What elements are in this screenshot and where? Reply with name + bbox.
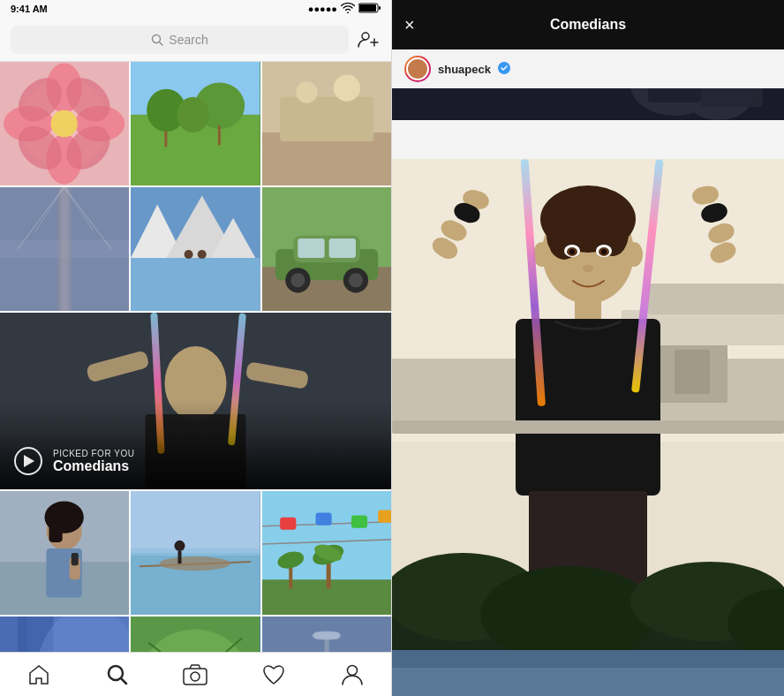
avatar-inner	[406, 57, 429, 80]
svg-point-113	[191, 672, 200, 681]
svg-line-111	[121, 678, 126, 684]
svg-rect-73	[131, 491, 260, 553]
close-button[interactable]: ×	[404, 15, 415, 35]
photo-grid: PICKED FOR YOU Comedians	[0, 62, 391, 652]
svg-rect-112	[184, 669, 207, 685]
bottom-nav	[0, 652, 391, 696]
svg-rect-87	[378, 511, 391, 523]
battery-icon	[358, 3, 381, 15]
featured-title: Comedians	[53, 458, 134, 474]
nav-camera[interactable]	[176, 655, 215, 694]
status-time: 9:41 AM	[11, 4, 48, 14]
status-bar: 9:41 AM ●●●●●	[0, 0, 391, 18]
svg-rect-75	[131, 548, 260, 556]
video-content	[392, 49, 784, 696]
svg-rect-50	[298, 238, 324, 258]
right-panel: × Comedians	[392, 0, 784, 696]
svg-rect-162	[392, 668, 784, 696]
left-panel: 9:41 AM ●●●●●	[0, 0, 392, 696]
svg-rect-85	[315, 513, 331, 526]
grid-row-4	[0, 617, 391, 652]
username: shuapeck	[438, 63, 491, 76]
svg-rect-86	[351, 516, 367, 528]
featured-text: PICKED FOR YOU Comedians	[53, 449, 134, 474]
grid-row-3	[0, 491, 391, 615]
status-icons: ●●●●●	[308, 3, 381, 15]
play-triangle-icon	[24, 455, 34, 467]
svg-rect-34	[61, 187, 69, 311]
grid-cell-6[interactable]	[262, 187, 391, 311]
user-info-bar: shuapeck	[392, 49, 784, 88]
svg-point-138	[601, 249, 607, 254]
add-friend-button[interactable]	[356, 27, 381, 52]
nav-heart[interactable]	[254, 655, 293, 694]
avatar	[404, 56, 431, 82]
grid-row-2	[0, 187, 391, 311]
nav-search[interactable]	[98, 655, 137, 694]
grid-cell-4[interactable]	[0, 187, 129, 311]
svg-rect-128	[648, 284, 784, 314]
svg-point-53	[290, 273, 305, 287]
svg-point-158	[480, 566, 657, 663]
nav-home[interactable]	[19, 655, 58, 694]
grid-cell-12[interactable]	[262, 617, 391, 652]
grid-cell-11[interactable]	[131, 617, 260, 652]
svg-rect-1	[359, 4, 376, 11]
featured-label: PICKED FOR YOU	[53, 449, 134, 458]
svg-point-77	[160, 556, 231, 571]
svg-rect-84	[280, 518, 296, 530]
grid-row-1	[0, 62, 391, 185]
svg-point-55	[349, 273, 363, 287]
grid-cell-7[interactable]	[0, 491, 129, 615]
svg-point-23	[177, 97, 209, 132]
svg-point-114	[347, 665, 357, 675]
svg-point-30	[333, 74, 359, 101]
svg-rect-72	[72, 553, 79, 565]
search-bar[interactable]: Search	[11, 26, 349, 54]
play-button[interactable]	[14, 447, 42, 475]
grid-cell-9[interactable]	[262, 491, 391, 615]
right-title: Comedians	[550, 17, 626, 33]
svg-rect-43	[131, 258, 260, 311]
svg-point-139	[583, 265, 593, 272]
svg-point-137	[569, 249, 575, 254]
svg-point-108	[312, 632, 340, 640]
svg-rect-24	[165, 131, 168, 147]
svg-point-29	[296, 82, 317, 103]
grid-cell-8[interactable]	[131, 491, 260, 615]
svg-line-4	[160, 42, 163, 45]
svg-point-140	[533, 242, 551, 267]
svg-point-78	[175, 541, 185, 551]
wifi-icon	[341, 3, 355, 15]
grid-cell-2[interactable]	[131, 62, 260, 185]
svg-point-5	[362, 33, 369, 40]
signal-icon: ●●●●●	[308, 4, 337, 14]
svg-rect-2	[379, 6, 381, 10]
featured-overlay: PICKED FOR YOU Comedians	[0, 433, 391, 489]
search-placeholder: Search	[169, 33, 207, 47]
featured-video-cell[interactable]: PICKED FOR YOU Comedians	[0, 313, 391, 489]
search-icon	[151, 34, 163, 46]
svg-rect-126	[675, 350, 710, 394]
svg-point-45	[198, 250, 207, 259]
nav-profile[interactable]	[333, 655, 372, 694]
grid-cell-1[interactable]	[0, 62, 129, 185]
svg-point-44	[185, 250, 193, 259]
search-bar-container: Search	[0, 18, 391, 62]
svg-rect-79	[178, 551, 182, 564]
svg-rect-70	[49, 516, 63, 542]
svg-rect-121	[392, 120, 784, 159]
video-area[interactable]: shuapeck	[392, 49, 784, 696]
svg-rect-154	[392, 420, 784, 434]
right-header: × Comedians	[392, 0, 784, 49]
svg-point-18	[51, 110, 78, 137]
svg-point-141	[625, 242, 643, 267]
svg-rect-25	[218, 125, 221, 145]
svg-rect-51	[328, 238, 355, 258]
verified-badge	[498, 62, 510, 77]
grid-cell-5[interactable]	[131, 187, 260, 311]
grid-cell-3[interactable]	[262, 62, 391, 185]
svg-rect-28	[280, 97, 373, 141]
grid-cell-10[interactable]	[0, 617, 129, 652]
